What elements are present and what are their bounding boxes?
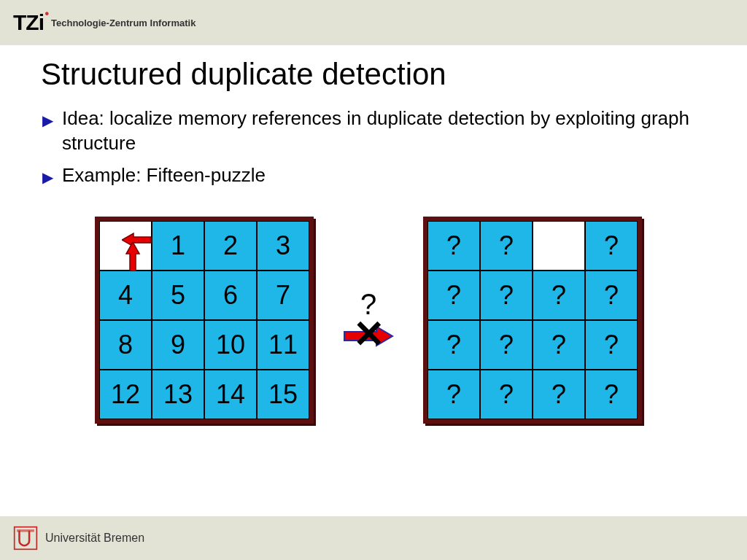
- transition: ? ✕: [343, 288, 394, 353]
- puzzle-cell: 5: [152, 271, 204, 320]
- puzzle-cell: ?: [480, 320, 533, 370]
- university-logo: Universität Bremen: [13, 526, 144, 551]
- footer-bar: Universität Bremen: [0, 516, 747, 560]
- puzzle-cell: 15: [257, 370, 309, 419]
- puzzle-cell: ?: [585, 221, 638, 271]
- puzzle-cell: ?: [427, 320, 480, 370]
- tzi-logo-text: TZi: [13, 10, 44, 34]
- puzzle-cell: 3: [257, 221, 309, 271]
- transition-arrow-group: ✕: [343, 316, 394, 353]
- puzzle-cell: 2: [204, 221, 257, 271]
- puzzle-cell-blank: [99, 221, 152, 271]
- puzzle-cell: ?: [585, 370, 638, 419]
- puzzle-cell: 11: [257, 320, 309, 370]
- university-logo-icon: [13, 526, 38, 551]
- puzzle-cell: ?: [585, 271, 638, 320]
- bullet-item: ▶ Example: Fifteen-puzzle: [42, 163, 732, 188]
- puzzle-cell: ?: [533, 320, 585, 370]
- puzzle-cell: ?: [585, 320, 638, 370]
- puzzle-cell: 12: [99, 370, 152, 419]
- bullet-item: ▶ Idea: localize memory references in du…: [42, 106, 732, 156]
- puzzle-cell: 4: [99, 271, 152, 320]
- puzzle-cell: 1: [152, 221, 204, 271]
- bullet-text: Idea: localize memory references in dupl…: [62, 106, 732, 156]
- bullet-text: Example: Fifteen-puzzle: [62, 163, 266, 188]
- svg-rect-4: [17, 529, 34, 532]
- diagram-container: 1 2 3 4 5 6 7 8 9 10 11 12 13 14 15 ? ✕ …: [0, 217, 747, 424]
- puzzle-cell: ?: [427, 370, 480, 419]
- puzzle-cell: 7: [257, 271, 309, 320]
- puzzle-cell: ?: [480, 221, 533, 271]
- puzzle-cell: ?: [533, 271, 585, 320]
- puzzle-cell: 14: [204, 370, 257, 419]
- puzzle-right: ? ? ? ? ? ? ? ? ? ? ? ? ? ? ?: [423, 217, 642, 424]
- arrow-up-icon: [125, 242, 141, 274]
- svg-marker-1: [126, 242, 139, 271]
- puzzle-cell: 10: [204, 320, 257, 370]
- puzzle-left: 1 2 3 4 5 6 7 8 9 10 11 12 13 14 15: [95, 217, 314, 424]
- puzzle-cell: ?: [427, 221, 480, 271]
- puzzle-cell: ?: [533, 370, 585, 419]
- tzi-logo-subtitle: Technologie-Zentrum Informatik: [51, 18, 196, 28]
- puzzle-cell: 13: [152, 370, 204, 419]
- x-cross-icon: ✕: [353, 315, 385, 353]
- bullet-triangle-icon: ▶: [42, 168, 53, 187]
- puzzle-cell: 8: [99, 320, 152, 370]
- tzi-logo: TZi• Technologie-Zentrum Informatik: [13, 10, 196, 35]
- slide-title: Structured duplicate detection: [41, 57, 747, 92]
- puzzle-cell: ?: [480, 370, 533, 419]
- bullet-triangle-icon: ▶: [42, 111, 53, 130]
- header-bar: TZi• Technologie-Zentrum Informatik: [0, 0, 747, 45]
- puzzle-cell: 9: [152, 320, 204, 370]
- tzi-logo-dot-icon: •: [44, 7, 48, 20]
- puzzle-cell: ?: [480, 271, 533, 320]
- puzzle-cell: ?: [427, 271, 480, 320]
- university-name: Universität Bremen: [45, 532, 144, 545]
- bullet-list: ▶ Idea: localize memory references in du…: [42, 106, 732, 187]
- tzi-logo-mark: TZi•: [13, 10, 44, 35]
- puzzle-cell: 6: [204, 271, 257, 320]
- puzzle-cell-blank: [533, 221, 585, 271]
